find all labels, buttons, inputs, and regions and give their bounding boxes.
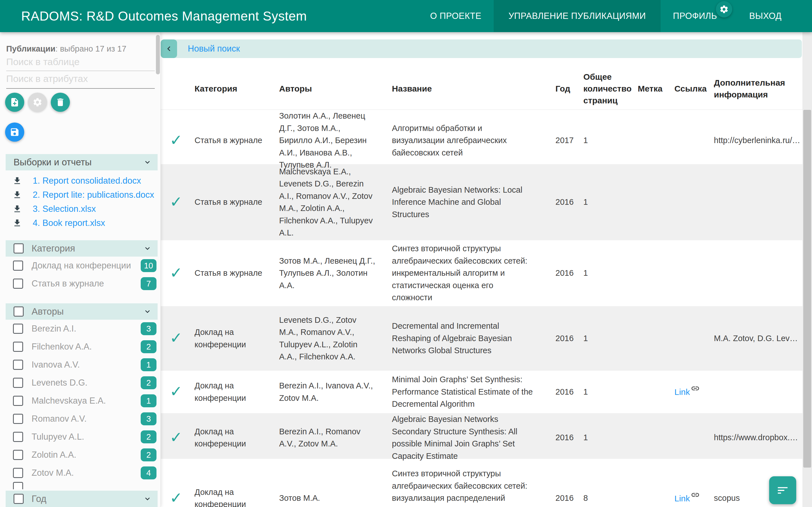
year-select-all-checkbox[interactable] xyxy=(13,494,24,504)
main-content: Новый поиск Категория Авторы Название Го… xyxy=(161,32,812,507)
section-category[interactable]: Категория xyxy=(6,240,158,257)
settings-button[interactable] xyxy=(28,93,47,112)
delete-button[interactable] xyxy=(51,93,70,112)
main-scrollbar-thumb[interactable] xyxy=(803,110,811,467)
nav-publications[interactable]: УПРАВЛЕНИЕ ПУБЛИКАЦИЯМИ xyxy=(494,0,660,32)
filter-checkbox[interactable] xyxy=(13,360,23,370)
section-reports[interactable]: Выборки и отчеты xyxy=(6,154,158,170)
filter-checkbox[interactable] xyxy=(13,450,23,460)
col-pages[interactable]: Общее количество страниц xyxy=(583,71,638,107)
col-authors[interactable]: Авторы xyxy=(279,83,392,95)
download-icon[interactable] xyxy=(12,218,22,228)
nav-logout[interactable]: ВЫХОД xyxy=(737,0,794,32)
section-authors[interactable]: Авторы xyxy=(6,303,158,320)
filter-checkbox[interactable] xyxy=(13,396,23,406)
report-link[interactable]: 3. Selection.xlsx xyxy=(33,204,96,214)
chevron-down-icon xyxy=(143,244,152,253)
cell-authors: Золотин А.А., Левенец Д.Г., Зотов М.А., … xyxy=(279,110,392,171)
col-title[interactable]: Название xyxy=(392,83,555,95)
filter-checkbox[interactable] xyxy=(13,468,23,478)
filter-label: Tulupyev A.L. xyxy=(32,432,84,442)
filter-checkbox[interactable] xyxy=(13,432,23,442)
table-row[interactable]: ✓ Доклад на конференции Зотов М.А. Синте… xyxy=(161,459,812,507)
nav-about[interactable]: О ПРОЕКТЕ xyxy=(417,0,494,32)
profile-gear-badge[interactable] xyxy=(716,1,732,17)
sidebar: Публикации: выбрано 17 из 17 xyxy=(0,32,161,507)
cell-pages: 1 xyxy=(583,332,638,345)
table-row[interactable]: ✓ Доклад на конференции Levenets D.G., Z… xyxy=(161,306,812,371)
filter-item-author-clipped xyxy=(13,482,156,489)
save-selection-button[interactable] xyxy=(5,122,24,142)
download-icon[interactable] xyxy=(12,176,22,186)
filter-checkbox[interactable] xyxy=(13,342,23,352)
gear-icon xyxy=(33,97,43,107)
check-icon: ✓ xyxy=(170,264,183,281)
col-label[interactable]: Метка xyxy=(638,83,674,95)
search-table-input[interactable] xyxy=(6,56,155,71)
link-icon xyxy=(691,384,700,393)
cell-info: M.A. Zotov, D.G. Leven… xyxy=(714,332,802,345)
cell-title: Algebraic Bayesian Networks: Local Infer… xyxy=(392,184,555,221)
filter-item-author: Zolotin A.A. 2 xyxy=(13,446,156,464)
filter-checkbox[interactable] xyxy=(13,279,23,289)
publication-link[interactable]: Link xyxy=(674,386,690,398)
report-link[interactable]: 4. Book report.xlsx xyxy=(33,218,105,228)
app-title: RADOMS: R&D Outcomes Management System xyxy=(21,8,307,24)
cell-year: 2016 xyxy=(555,196,583,209)
add-publication-button[interactable] xyxy=(5,93,24,112)
count-badge: 2 xyxy=(141,431,156,443)
download-icon[interactable] xyxy=(12,190,22,200)
cell-authors: Levenets D.G., Zotov M.A., Romanov A.V.,… xyxy=(279,314,392,363)
col-link[interactable]: Ссылка xyxy=(674,83,714,95)
cell-pages: 1 xyxy=(583,386,638,398)
table-row[interactable]: ✓ Доклад на конференции Berezin A.I., Ro… xyxy=(161,413,812,459)
cell-title: Алгоритмы обработки и визуализации алгеб… xyxy=(392,122,555,159)
app-header: RADOMS: R&D Outcomes Management System О… xyxy=(0,0,812,32)
filter-item-author: Berezin A.I. 3 xyxy=(13,320,156,338)
cell-category: Доклад на конференции xyxy=(195,486,279,507)
col-category[interactable]: Категория xyxy=(195,83,279,95)
report-link[interactable]: 1. Report consolidated.docx xyxy=(33,176,141,186)
col-info[interactable]: Дополнительная информация xyxy=(714,77,802,101)
filter-fab-button[interactable] xyxy=(769,476,796,504)
filter-label: Доклад на конференции xyxy=(32,261,131,271)
filter-item-author: Filchenkov A.A. 2 xyxy=(13,338,156,356)
filter-item-author: Romanov A.V. 3 xyxy=(13,410,156,428)
table-row[interactable]: ✓ Доклад на конференции Berezin A.I., Iv… xyxy=(161,371,812,413)
download-icon[interactable] xyxy=(12,204,22,214)
filter-checkbox[interactable] xyxy=(13,482,23,489)
filter-item-author: Levenets D.G. 2 xyxy=(13,374,156,392)
collapse-sidebar-button[interactable] xyxy=(161,40,177,58)
cell-pages: 8 xyxy=(583,492,638,504)
count-badge: 3 xyxy=(141,412,156,425)
cell-category: Статья в журнале xyxy=(195,134,279,147)
filter-checkbox[interactable] xyxy=(13,378,23,388)
filter-item-author: Tulupyev A.L. 2 xyxy=(13,428,156,446)
table-row[interactable]: ✓ Статья в журнале Золотин А.А., Левенец… xyxy=(161,110,812,164)
col-year[interactable]: Год xyxy=(555,83,583,95)
publication-link[interactable]: Link xyxy=(674,492,690,505)
chevron-down-icon xyxy=(143,158,152,167)
filter-item-author: Ivanova A.V. 1 xyxy=(13,356,156,374)
filter-checkbox[interactable] xyxy=(13,261,23,271)
filter-checkbox[interactable] xyxy=(13,414,23,424)
cell-title: Синтез вторичной структуры алгебраически… xyxy=(392,467,555,507)
category-select-all-checkbox[interactable] xyxy=(13,243,24,253)
table-row[interactable]: ✓ Статья в журнале Зотов М.А., Левенец Д… xyxy=(161,240,812,306)
report-item: 1. Report consolidated.docx xyxy=(12,174,158,188)
filter-label: Ivanova A.V. xyxy=(32,360,80,370)
filter-checkbox[interactable] xyxy=(13,324,23,334)
report-link[interactable]: 2. Report lite: publications.docx xyxy=(33,190,154,200)
table-row[interactable]: ✓ Статья в журнале Malchevskaya E.A., Le… xyxy=(161,164,812,240)
cell-title: Decremental and Incremental Reshaping of… xyxy=(392,320,555,357)
filter-label: Zotov M.A. xyxy=(32,468,74,478)
nav-profile[interactable]: ПРОФИЛЬ xyxy=(661,0,737,32)
new-search-link[interactable]: Новый поиск xyxy=(188,44,240,54)
authors-select-all-checkbox[interactable] xyxy=(13,306,24,317)
search-attributes-input[interactable] xyxy=(6,73,155,89)
section-year[interactable]: Год xyxy=(6,491,158,507)
sidebar-scrollbar-thumb[interactable] xyxy=(156,35,160,74)
selection-summary: Публикации: выбрано 17 из 17 xyxy=(6,44,155,54)
check-icon: ✓ xyxy=(170,429,183,446)
main-scrollbar-track[interactable] xyxy=(802,32,812,507)
